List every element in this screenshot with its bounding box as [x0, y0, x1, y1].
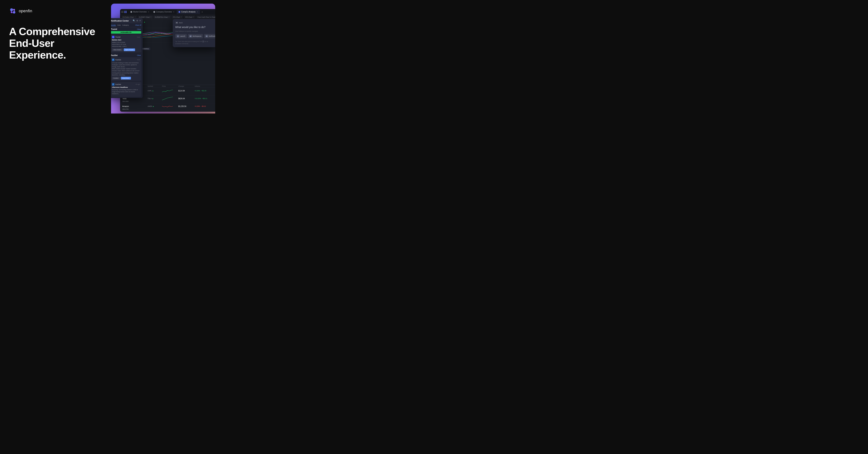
notif-actions: 🔍 ⚙ ✕ [133, 20, 141, 22]
factset-card-1-header: F FactSet Now [112, 59, 140, 61]
factset-alert-title-2: Afternoon Headlines [112, 87, 140, 88]
factset-buttons-1: Confirm Read More [112, 77, 140, 79]
filter-sender[interactable]: Sender [111, 24, 116, 26]
trumid-group-header: Trumid Clear [111, 27, 143, 31]
trumid-card: T Trumid Now Market Alert ABBB 5.55 01/2… [111, 34, 141, 53]
notification-center: Notification Center 🔍 ⚙ ✕ Sender Date Ca… [111, 18, 143, 98]
sub-tab-close-evsales[interactable]: ✕ [134, 16, 136, 18]
cp-action-workspaces[interactable]: /W Workspaces [188, 34, 203, 38]
trumid-body: ABBB 5.55 01/23/49 03523TBV9 LST OLB Int… [112, 41, 140, 47]
notif-title: Notification Center [111, 20, 129, 22]
svg-rect-5 [121, 12, 124, 12]
sparkline-tsla [162, 97, 173, 100]
workspaces-key: /W [189, 35, 192, 37]
factset-sender-name-2: FactSet [115, 84, 121, 85]
notif-search-icon[interactable]: 🔍 [133, 20, 135, 22]
svg-rect-6 [121, 12, 124, 13]
sub-tab-close-evebitda[interactable]: ✕ [168, 16, 169, 18]
clear-all-button[interactable]: Clear All [135, 24, 141, 26]
sub-tab-pe[interactable]: P/E Chart ✕ [184, 15, 196, 19]
notif-header: Notification Center 🔍 ⚙ ✕ [111, 18, 143, 23]
sub-tab-ps[interactable]: P/S Chart ✕ [172, 15, 183, 19]
sub-tab-close-evebit[interactable]: ✕ [150, 16, 152, 18]
trumid-avatar: T [112, 36, 115, 38]
tab-icon-company [153, 11, 155, 13]
factset-card-1: F FactSet Now Unusual melding of value a… [111, 57, 141, 81]
sparkline-aapl [162, 89, 173, 93]
notif-group-trumid: Trumid Clear Actionable IOI T Trumid Now… [111, 27, 143, 53]
tab-close-company[interactable]: ✕ [173, 11, 175, 13]
factset-body-2: Economy: US housing market is 3.8M of si… [112, 89, 140, 95]
notif-settings-icon[interactable]: ⚙ [136, 20, 138, 22]
confirm-button[interactable]: Confirm [112, 77, 120, 79]
svg-rect-10 [126, 12, 127, 13]
back-icon: ◀ [175, 22, 178, 24]
hamburger-icon[interactable] [121, 11, 124, 13]
sub-tab-fcf[interactable]: Free Cash Flow % Chart ✕ [196, 15, 215, 19]
tip-key: ? [203, 40, 204, 43]
trumid-group-name: Trumid [111, 28, 117, 30]
cp-tip: Tip: Don't see what you're looking for? … [175, 40, 214, 45]
factset-clear-button[interactable]: Clear [137, 55, 141, 56]
notif-close-icon[interactable]: ✕ [139, 20, 141, 22]
cp-question: What would you like to do? [175, 26, 214, 29]
trumid-sender-info: T Trumid [112, 36, 120, 38]
left-panel: openfin A Comprehensive End-User Experie… [0, 0, 113, 114]
tab-compco-analysis[interactable]: CompCo Analysis ✕ [177, 10, 200, 14]
cp-action-notifications[interactable]: /N Notifications [204, 34, 215, 38]
factset-body-1: Unusual melding of value and momentum st… [112, 62, 140, 76]
factset-group-name: FactSet [111, 55, 118, 56]
trumid-sender-name: Trumid [115, 36, 120, 38]
svg-rect-7 [124, 11, 125, 12]
trumid-card-header: T Trumid Now [112, 36, 140, 38]
cp-action-launch[interactable]: A Launch [175, 34, 187, 38]
logo-area: openfin [9, 7, 104, 15]
hero-text: A Comprehensive End-User Experience. [9, 26, 104, 61]
factset-avatar-2: F [112, 83, 115, 86]
factset-card-2: F FactSet 2h ago Afternoon Headlines Eco… [111, 82, 141, 97]
factset-time-1: Now [137, 59, 140, 61]
cp-back[interactable]: ◀ Back [175, 22, 214, 24]
read-more-button[interactable]: Read More [121, 77, 131, 79]
factset-card-2-header: F FactSet 2h ago [112, 83, 140, 86]
cp-actions: A Launch /W Workspaces /N Notifications [175, 34, 214, 38]
tab-add-button[interactable]: + [200, 10, 204, 14]
tab-market-overview[interactable]: Market Overview ✕ [129, 10, 151, 14]
factset-sender-name-1: FactSet [115, 59, 121, 61]
right-panel: Market Overview ✕ Company Overview ✕ Com… [111, 4, 215, 114]
trumid-alert-title: Market Alert [112, 39, 140, 41]
table-row[interactable]: Microsoft MSFT ▲ $157.22 +0.08% -$0.13 3… [120, 111, 215, 112]
trumid-buttons: View Orders Open Tickets [112, 48, 140, 51]
trumid-time: Now [137, 36, 140, 38]
svg-rect-9 [124, 12, 125, 13]
command-palette: ◀ Back What would you like to do? Use ho… [173, 19, 215, 47]
sub-tab-close-pe[interactable]: ✕ [193, 16, 194, 18]
tab-close-compco[interactable]: ✕ [197, 11, 198, 13]
cp-subtitle: Use hotkeys to quickly navigate [175, 30, 214, 32]
factset-sender-info-1: F FactSet [112, 59, 121, 61]
tab-icon-market [130, 11, 132, 13]
sparkline-amzn [162, 104, 173, 108]
open-tickets-button[interactable]: Open Tickets [124, 48, 135, 51]
svg-rect-4 [121, 11, 124, 11]
filter-category[interactable]: Category [122, 24, 129, 26]
filter-date[interactable]: Date [117, 24, 121, 26]
grid-icon[interactable] [124, 11, 127, 13]
factset-time-2: 2h ago [135, 84, 140, 85]
tab-close-market[interactable]: ✕ [148, 11, 149, 13]
notif-filters: Sender Date Category Clear All [111, 23, 143, 27]
tab-company-overview[interactable]: Company Overview ✕ [152, 10, 176, 14]
svg-rect-8 [126, 11, 127, 12]
table-row[interactable]: Amazon AMZN ▲ $3,235.56 +0.29% -$0.02 38… [120, 103, 215, 111]
trumid-clear-button[interactable]: Clear [137, 28, 141, 30]
window-controls [121, 11, 127, 13]
factset-sender-info-2: F FactSet [112, 83, 121, 86]
sub-tab-close-ps[interactable]: ✕ [181, 16, 182, 18]
actionable-badge: Actionable IOI [111, 31, 141, 34]
tab-icon-compco [179, 11, 180, 13]
openfin-logo-icon [9, 7, 17, 15]
factset-group-header: FactSet Clear [111, 54, 143, 57]
notifications-key: /N [206, 35, 208, 37]
sub-tab-evebitda[interactable]: EV/EBITDA Chart ✕ [153, 15, 171, 19]
view-orders-button[interactable]: View Orders [112, 48, 123, 51]
